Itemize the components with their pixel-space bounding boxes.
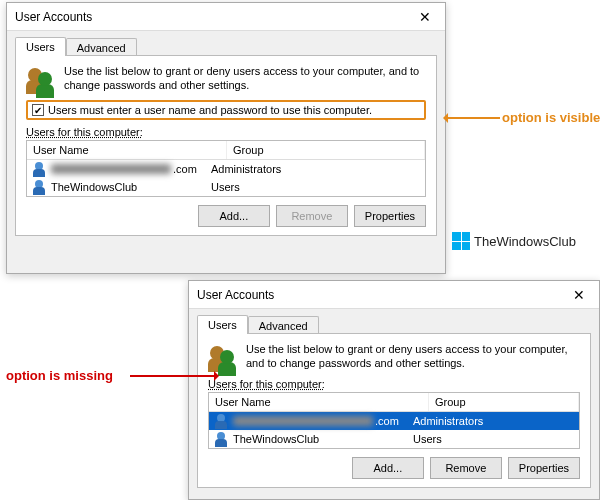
intro-text: Use the list below to grant or deny user… (64, 64, 426, 92)
dialog-title: User Accounts (15, 10, 92, 24)
watermark: TheWindowsClub (452, 232, 576, 250)
windows-logo-icon (452, 232, 470, 250)
username-cell: TheWindowsClub (51, 181, 137, 193)
redacted-text: xxxxxxxxxxxxxxx (51, 164, 171, 174)
users-list[interactable]: User Name Group xxxxxxxxxxxxxxxxxxx .com… (208, 392, 580, 449)
user-icon (31, 161, 47, 177)
add-button[interactable]: Add... (352, 457, 424, 479)
remove-button[interactable]: Remove (430, 457, 502, 479)
close-icon[interactable]: ✕ (405, 3, 445, 31)
remove-button: Remove (276, 205, 348, 227)
list-item[interactable]: xxxxxxxxxxxxxxxxxxx .com Administrators (209, 412, 579, 430)
group-cell: Users (409, 433, 442, 445)
tab-pane: Use the list below to grant or deny user… (197, 333, 591, 488)
user-icon (213, 413, 229, 429)
col-group[interactable]: Group (429, 393, 579, 411)
tab-strip: Users Advanced (7, 31, 445, 56)
list-item[interactable]: xxxxxxxxxxxxxxx .com Administrators (27, 160, 425, 178)
col-group[interactable]: Group (227, 141, 425, 159)
dialog-title: User Accounts (197, 288, 274, 302)
intro-row: Use the list below to grant or deny user… (208, 342, 580, 372)
tab-users[interactable]: Users (15, 37, 66, 56)
user-accounts-dialog-with-option: User Accounts ✕ Users Advanced Use the l… (6, 2, 446, 274)
username-suffix: .com (173, 163, 197, 175)
list-label: Users for this computer: (26, 126, 143, 138)
tab-strip: Users Advanced (189, 309, 599, 334)
list-item[interactable]: TheWindowsClub Users (27, 178, 425, 196)
button-row: Add... Remove Properties (208, 457, 580, 479)
group-cell: Administrators (409, 415, 483, 427)
titlebar[interactable]: User Accounts ✕ (7, 3, 445, 31)
list-item[interactable]: TheWindowsClub Users (209, 430, 579, 448)
intro-text: Use the list below to grant or deny user… (246, 342, 580, 370)
titlebar[interactable]: User Accounts ✕ (189, 281, 599, 309)
add-button[interactable]: Add... (198, 205, 270, 227)
users-icon (26, 64, 56, 94)
annotation-option-missing: option is missing (6, 368, 113, 383)
watermark-text: TheWindowsClub (474, 234, 576, 249)
col-username[interactable]: User Name (209, 393, 429, 411)
user-icon (213, 431, 229, 447)
list-header: User Name Group (27, 141, 425, 160)
properties-button[interactable]: Properties (508, 457, 580, 479)
checkbox-icon[interactable]: ✔ (32, 104, 44, 116)
button-row: Add... Remove Properties (26, 205, 426, 227)
list-header: User Name Group (209, 393, 579, 412)
tab-users[interactable]: Users (197, 315, 248, 334)
username-suffix: .com (375, 415, 399, 427)
username-cell: TheWindowsClub (233, 433, 319, 445)
tab-pane: Use the list below to grant or deny user… (15, 55, 437, 236)
list-label: Users for this computer: (208, 378, 325, 390)
users-list[interactable]: User Name Group xxxxxxxxxxxxxxx .com Adm… (26, 140, 426, 197)
user-accounts-dialog-missing-option: User Accounts ✕ Users Advanced Use the l… (188, 280, 600, 500)
must-enter-password-checkbox-row[interactable]: ✔ Users must enter a user name and passw… (26, 100, 426, 120)
properties-button[interactable]: Properties (354, 205, 426, 227)
group-cell: Administrators (207, 163, 281, 175)
redacted-text: xxxxxxxxxxxxxxxxxxx (233, 416, 373, 426)
arrow-icon (130, 375, 218, 377)
checkbox-label: Users must enter a user name and passwor… (48, 104, 372, 116)
group-cell: Users (207, 181, 240, 193)
users-icon (208, 342, 238, 372)
col-username[interactable]: User Name (27, 141, 227, 159)
annotation-option-visible: option is visible (502, 110, 600, 125)
user-icon (31, 179, 47, 195)
close-icon[interactable]: ✕ (559, 281, 599, 309)
arrow-icon (444, 117, 500, 119)
intro-row: Use the list below to grant or deny user… (26, 64, 426, 94)
